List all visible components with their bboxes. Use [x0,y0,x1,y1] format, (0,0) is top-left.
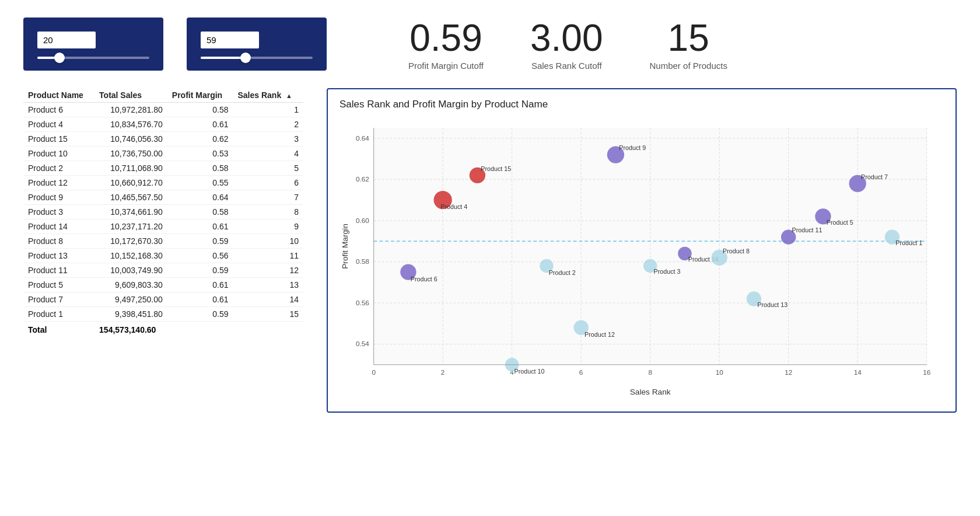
table-row: Product 6 10,972,281.80 0.58 1 [23,103,303,117]
svg-text:0.60: 0.60 [356,217,369,224]
col-header-sales: Total Sales [94,88,167,103]
cell-margin: 0.61 [167,292,233,307]
sales-rank-slider-thumb[interactable] [54,53,65,63]
svg-text:8: 8 [648,369,652,376]
svg-text:Product 5: Product 5 [827,219,853,226]
svg-text:Product 13: Product 13 [757,301,788,308]
svg-text:0.56: 0.56 [356,299,369,306]
cell-rank: 4 [233,147,303,161]
table-row: Product 5 9,609,803.30 0.61 13 [23,278,303,292]
svg-text:0.64: 0.64 [356,134,369,142]
table-row: Product 8 10,172,670.30 0.59 10 [23,234,303,249]
cell-margin: 0.64 [167,190,233,205]
svg-text:Product 1: Product 1 [895,239,922,246]
cell-margin: 0.56 [167,249,233,263]
svg-text:2: 2 [441,369,445,376]
svg-text:Product 4: Product 4 [440,204,467,211]
col-header-rank[interactable]: Sales Rank ▲ [233,88,303,103]
svg-text:6: 6 [579,369,583,376]
cell-margin: 0.62 [167,132,233,147]
cell-sales: 9,398,451.80 [94,307,167,322]
cell-name: Product 1 [23,307,94,322]
table-row: Product 12 10,660,912.70 0.55 6 [23,176,303,190]
table-row: Product 2 10,711,068.90 0.58 5 [23,161,303,176]
sales-rank-slider-track[interactable] [37,57,149,59]
cell-rank: 8 [233,205,303,219]
table-row: Product 3 10,374,661.90 0.58 8 [23,205,303,219]
table-section: Product Name Total Sales Profit Margin S… [23,88,303,338]
table-total-margin [167,322,233,339]
kpi-sales-rank-value: 3.00 [530,18,603,58]
svg-text:Product 3: Product 3 [654,269,681,276]
cell-rank: 2 [233,117,303,132]
cell-margin: 0.55 [167,176,233,190]
kpi-profit-margin-label: Profit Margin Cutoff [408,61,484,71]
cell-name: Product 12 [23,176,94,190]
svg-text:14: 14 [854,369,862,376]
svg-text:0.62: 0.62 [356,176,369,183]
table-row: Product 11 10,003,749.90 0.59 12 [23,263,303,278]
table-row: Product 1 9,398,451.80 0.59 15 [23,307,303,322]
svg-text:Product 8: Product 8 [723,247,750,254]
content-row: Product Name Total Sales Profit Margin S… [23,88,957,413]
chart-title: Sales Rank and Profit Margin by Product … [340,99,944,110]
cell-name: Product 6 [23,103,94,117]
svg-text:Product 10: Product 10 [514,368,545,375]
cell-name: Product 4 [23,117,94,132]
cell-rank: 15 [233,307,303,322]
cell-sales: 10,711,068.90 [94,161,167,176]
profit-margin-card [187,18,327,71]
cell-name: Product 9 [23,190,94,205]
cell-rank: 13 [233,278,303,292]
profit-margin-slider-track[interactable] [201,57,313,59]
main-container: 0.59 Profit Margin Cutoff 3.00 Sales Ran… [0,0,980,516]
table-row: Product 14 10,237,171.20 0.61 9 [23,219,303,234]
scatter-container: 02468101214160.540.560.580.600.620.64Pro… [340,116,944,402]
cell-sales: 10,003,749.90 [94,263,167,278]
profit-margin-slider-thumb[interactable] [240,53,251,63]
cell-sales: 10,972,281.80 [94,103,167,117]
svg-text:0.58: 0.58 [356,258,369,266]
cell-margin: 0.59 [167,234,233,249]
kpi-profit-margin: 0.59 Profit Margin Cutoff [385,18,507,71]
cell-rank: 5 [233,161,303,176]
cell-sales: 9,497,250.00 [94,292,167,307]
sales-rank-input[interactable] [37,32,96,48]
svg-text:Product 7: Product 7 [861,173,888,180]
table-total-label: Total [23,322,94,339]
svg-text:0: 0 [372,369,376,376]
table-row: Product 9 10,465,567.50 0.64 7 [23,190,303,205]
cell-name: Product 11 [23,263,94,278]
svg-text:Product 12: Product 12 [584,331,615,338]
cell-sales: 10,660,912.70 [94,176,167,190]
cell-sales: 10,746,056.30 [94,132,167,147]
cell-name: Product 15 [23,132,94,147]
cell-sales: 9,609,803.30 [94,278,167,292]
cell-name: Product 8 [23,234,94,249]
sort-arrow-icon: ▲ [286,92,292,99]
cell-name: Product 7 [23,292,94,307]
cell-name: Product 3 [23,205,94,219]
cell-margin: 0.59 [167,263,233,278]
cell-sales: 10,172,670.30 [94,234,167,249]
svg-text:Sales Rank: Sales Rank [630,388,671,396]
svg-text:Product 11: Product 11 [792,227,822,234]
cell-name: Product 5 [23,278,94,292]
table-row: Product 13 10,152,168.30 0.56 11 [23,249,303,263]
top-row: 0.59 Profit Margin Cutoff 3.00 Sales Ran… [23,18,957,71]
cell-sales: 10,736,750.00 [94,147,167,161]
svg-text:Product 2: Product 2 [549,270,576,277]
svg-text:12: 12 [785,369,792,376]
cell-margin: 0.61 [167,219,233,234]
cell-margin: 0.59 [167,307,233,322]
cell-rank: 14 [233,292,303,307]
profit-margin-slider-fill [201,57,246,59]
profit-margin-input[interactable] [201,32,259,48]
table-row: Product 7 9,497,250.00 0.61 14 [23,292,303,307]
cell-name: Product 10 [23,147,94,161]
cell-rank: 10 [233,234,303,249]
cell-name: Product 2 [23,161,94,176]
cell-sales: 10,237,171.20 [94,219,167,234]
cell-rank: 11 [233,249,303,263]
cell-margin: 0.61 [167,278,233,292]
